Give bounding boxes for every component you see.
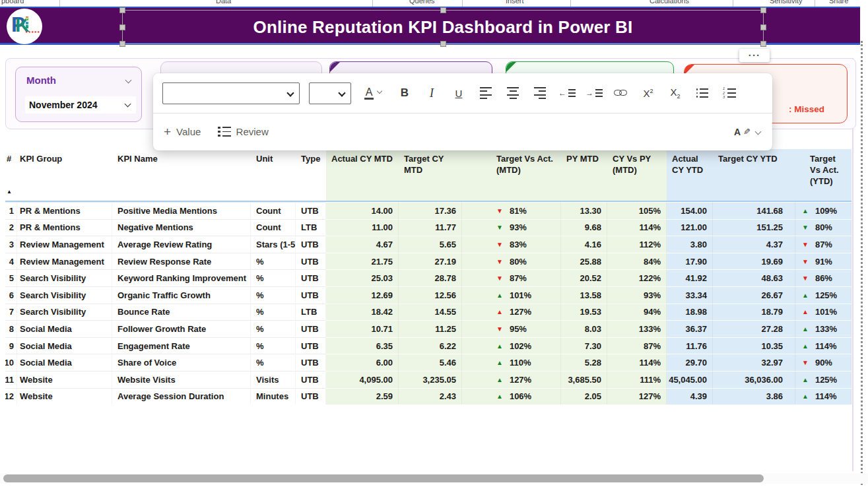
column-header-type[interactable]: Type — [296, 149, 326, 201]
resize-handle[interactable] — [440, 7, 446, 13]
cell-target_ytd: 4.37 — [713, 236, 795, 253]
percent-value: 125% — [815, 290, 837, 300]
column-header-unit[interactable]: Unit — [251, 149, 296, 201]
review-button[interactable]: Review — [218, 126, 268, 137]
column-header-actual_mtd[interactable]: Actual CY MTD — [326, 149, 399, 201]
percent-value: 114% — [815, 341, 837, 351]
cell-tva_mtd: ▼80% — [462, 253, 561, 270]
cell-actual_mtd: 4,095.00 — [326, 371, 399, 388]
resize-handle[interactable] — [119, 24, 125, 30]
add-value-label: Value — [176, 126, 201, 137]
align-right-icon — [534, 87, 546, 99]
column-header-tva_mtd[interactable]: Target Vs Act. (MTD) — [462, 149, 561, 201]
cell-type: LTB — [296, 304, 326, 321]
align-left-button[interactable] — [476, 83, 496, 103]
cell-target_mtd: 11.77 — [399, 219, 462, 236]
increase-indent-button[interactable]: → — [584, 83, 604, 103]
table-row[interactable]: 10Social MediaShare of Voice%UTB6.005.46… — [5, 354, 851, 371]
cell-py_mtd: 25.88 — [561, 253, 607, 270]
cell-target_ytd: 18.79 — [713, 304, 795, 321]
cell-cy_vs_py: 133% — [607, 320, 667, 337]
table-row[interactable]: 8Social MediaFollower Growth Rate%UTB10.… — [5, 320, 851, 337]
ribbon-group-share[interactable]: Share — [829, 0, 848, 5]
percent-value: 114% — [815, 391, 837, 401]
numbered-list-button[interactable]: 1 2 3 — [719, 83, 739, 103]
table-row[interactable]: 9Social MediaEngagement Rate%UTB6.356.22… — [5, 337, 851, 354]
link-icon — [614, 89, 628, 97]
column-header-name[interactable]: KPI Name — [112, 149, 251, 201]
align-center-button[interactable] — [503, 83, 523, 103]
column-header-cy_vs_py[interactable]: CY Vs PY (MTD) — [607, 149, 667, 201]
resize-handle[interactable] — [760, 41, 766, 47]
resize-handle[interactable] — [760, 7, 766, 13]
cell-actual_mtd: 14.00 — [326, 202, 399, 219]
up-triangle-icon: ▲ — [496, 292, 503, 299]
review-label: Review — [236, 126, 269, 137]
underline-button[interactable]: U — [449, 83, 469, 103]
cell-tva_mtd: ▲101% — [462, 286, 561, 304]
ribbon-group-data[interactable]: Data — [216, 0, 231, 5]
cell-actual_ytd: 29.70 — [667, 354, 713, 371]
subscript-button[interactable]: X2 — [665, 83, 685, 103]
cell-group: Social Media — [17, 337, 112, 354]
table-row[interactable]: 7Search VisibilityBounce Rate%LTB18.4214… — [5, 304, 851, 321]
text-formatting-button[interactable]: A✎ — [734, 127, 760, 137]
table-row[interactable]: 4Review ManagementReview Response Rate%U… — [5, 253, 851, 270]
ribbon-group-insert[interactable]: Insert — [506, 0, 524, 5]
cell-tva_ytd: ▲114% — [795, 337, 851, 354]
more-options-button[interactable]: ... — [739, 49, 770, 62]
cell-cy_vs_py: 105% — [607, 202, 667, 219]
ribbon-group-clipboard[interactable]: pboard — [1, 0, 24, 5]
cell-group: Review Management — [17, 253, 112, 270]
resize-handle[interactable] — [760, 24, 766, 30]
cell-tva_mtd: ▲127% — [462, 304, 561, 321]
resize-handle[interactable] — [119, 7, 125, 13]
table-row[interactable]: 3Review ManagementAverage Review RatingS… — [5, 236, 851, 253]
horizontal-scrollbar-track[interactable] — [0, 473, 868, 484]
bulleted-list-button[interactable] — [692, 83, 712, 103]
bold-button[interactable]: B — [395, 83, 415, 103]
cell-tva_ytd: ▲133% — [795, 320, 851, 337]
cell-actual_ytd: 17.90 — [667, 253, 713, 270]
table-row[interactable]: 1PR & MentionsPositive Media MentionsCou… — [5, 202, 851, 219]
italic-button[interactable]: I — [422, 83, 442, 103]
column-header-py_mtd[interactable]: PY MTD — [561, 149, 607, 201]
percent-value: 91% — [815, 257, 832, 267]
font-family-select[interactable] — [162, 82, 300, 104]
font-size-select[interactable] — [309, 82, 351, 104]
cell-actual_ytd: 33.34 — [667, 286, 713, 304]
month-dropdown[interactable]: November 2024 — [25, 96, 136, 114]
ribbon-separator — [815, 0, 815, 7]
font-color-button[interactable]: A — [358, 83, 387, 103]
column-header-target_ytd[interactable]: Target CY YTD — [713, 149, 795, 201]
table-row[interactable]: 2PR & MentionsNegative MentionsCountLTB1… — [5, 219, 851, 236]
sort-ascending-icon[interactable]: ▲ — [7, 189, 12, 195]
chevron-down-icon[interactable] — [125, 77, 132, 84]
table-row[interactable]: 12WebsiteAverage Session DurationMinutes… — [5, 388, 851, 405]
superscript-button[interactable]: X2 — [638, 83, 658, 103]
column-header-target_mtd[interactable]: Target CY MTD — [399, 149, 462, 201]
horizontal-scrollbar-thumb[interactable] — [3, 474, 764, 482]
column-header-actual_ytd[interactable]: Actual CY YTD — [667, 149, 713, 201]
align-right-button[interactable] — [530, 83, 550, 103]
percent-value: 109% — [815, 206, 837, 216]
cell-cy_vs_py: 127% — [607, 388, 667, 405]
ribbon-group-sensitivity[interactable]: Sensitivity — [770, 0, 803, 5]
resize-handle[interactable] — [440, 41, 446, 47]
column-header-tva_ytd[interactable]: Target Vs Act. (YTD) — [795, 149, 851, 201]
table-row[interactable]: 11WebsiteWebsite VisitsVisitsUTB4,095.00… — [5, 371, 851, 388]
column-header-group[interactable]: KPI Group — [17, 149, 112, 201]
ribbon-group-calculations[interactable]: Calculations — [650, 0, 689, 5]
resize-handle[interactable] — [119, 41, 125, 47]
cell-actual_mtd: 4.67 — [326, 236, 399, 253]
decrease-indent-button[interactable]: ← — [557, 83, 577, 103]
title-textbox-selected[interactable]: Online Reputation KPI Dashboard in Power… — [122, 10, 764, 44]
ribbon-group-queries[interactable]: Queries — [409, 0, 435, 5]
table-row[interactable]: 5Search VisibilityKeyword Ranking Improv… — [5, 269, 851, 286]
up-triangle-icon: ▲ — [802, 308, 809, 315]
table-row[interactable]: 6Search VisibilityOrganic Traffic Growth… — [5, 286, 851, 304]
add-value-button[interactable]: + Value — [164, 126, 201, 137]
cell-cy_vs_py: 122% — [607, 269, 667, 286]
ribbon-separator — [462, 0, 463, 7]
insert-link-button[interactable] — [611, 83, 631, 103]
